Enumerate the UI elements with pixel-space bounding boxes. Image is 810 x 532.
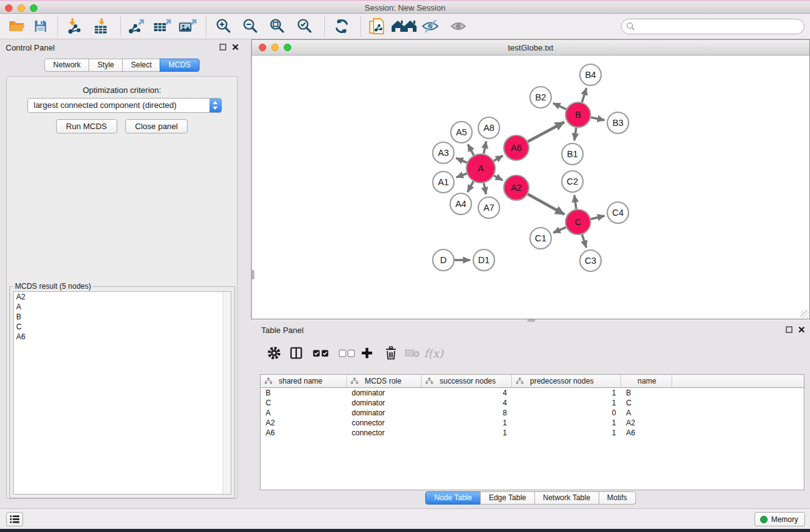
clone-network-icon[interactable] <box>369 17 385 35</box>
gear-icon[interactable] <box>267 346 281 360</box>
table-cell[interactable]: A2 <box>621 418 672 428</box>
graph-edge-B-B4[interactable] <box>582 88 586 102</box>
column-header-name[interactable]: name <box>621 375 672 387</box>
tab-select[interactable]: Select <box>122 59 160 72</box>
table-cell[interactable]: 1 <box>512 398 621 408</box>
column-header-successor-nodes[interactable]: successor nodes <box>422 375 512 387</box>
hide-panel-eye-icon[interactable] <box>421 19 440 34</box>
table-cell[interactable]: 1 <box>512 428 621 438</box>
export-image-icon[interactable] <box>178 18 197 34</box>
table-cell[interactable]: 1 <box>422 418 512 428</box>
export-network-icon[interactable] <box>127 18 145 34</box>
mcds-result-item[interactable]: C <box>14 322 231 332</box>
graph-edge-A-A1[interactable] <box>456 173 467 177</box>
graph-edge-B-B1[interactable] <box>574 128 576 140</box>
close-panel-icon[interactable] <box>232 44 239 51</box>
zoom-selected-icon[interactable] <box>296 17 314 35</box>
graph-edge-C-C4[interactable] <box>591 216 604 219</box>
table-cell[interactable]: A6 <box>261 428 347 438</box>
delete-column-trash-icon[interactable] <box>385 346 397 360</box>
run-mcds-button[interactable]: Run MCDS <box>56 119 117 133</box>
import-table-icon[interactable] <box>93 18 110 35</box>
table-cell[interactable]: 4 <box>422 398 512 408</box>
table-cell[interactable]: A <box>261 408 347 418</box>
graph-edge-B-B2[interactable] <box>553 103 566 109</box>
tab-network[interactable]: Network <box>44 59 89 72</box>
graph-edge-A-A2[interactable] <box>494 175 503 180</box>
table-row[interactable]: Cdominator41C <box>261 398 804 408</box>
splitpane-handle[interactable] <box>252 270 254 279</box>
table-cell[interactable]: dominator <box>347 398 422 408</box>
network-window-titlebar[interactable]: testGlobe.txt <box>252 40 809 56</box>
table-cell[interactable]: dominator <box>347 388 422 398</box>
close-panel-icon[interactable] <box>798 326 805 333</box>
graph-edge-A-A6[interactable] <box>494 156 503 161</box>
select-all-icon[interactable] <box>312 347 330 359</box>
table-row[interactable]: Bdominator41B <box>261 388 804 398</box>
table-cell[interactable]: B <box>621 388 672 398</box>
show-columns-icon[interactable] <box>289 346 303 360</box>
table-cell[interactable]: 1 <box>512 418 621 428</box>
table-cell[interactable]: 1 <box>512 388 621 398</box>
search-input[interactable] <box>621 19 804 34</box>
table-cell[interactable]: 0 <box>512 408 621 418</box>
table-row[interactable]: A6connector11A6 <box>261 428 804 438</box>
table-cell[interactable]: B <box>261 388 347 398</box>
table-cell[interactable]: C <box>621 398 672 408</box>
float-panel-icon[interactable] <box>786 326 793 333</box>
mcds-result-item[interactable]: B <box>14 312 231 322</box>
mcds-result-item[interactable]: A2 <box>14 292 231 302</box>
table-cell[interactable]: connector <box>347 418 422 428</box>
graph-edge-A-A4[interactable] <box>468 181 473 192</box>
tab-motifs[interactable]: Motifs <box>599 491 636 505</box>
table-cell[interactable]: A <box>621 408 672 418</box>
export-table-icon[interactable] <box>153 18 171 34</box>
table-row[interactable]: Adominator80A <box>261 408 804 418</box>
table-cell[interactable]: connector <box>347 428 422 438</box>
graph-edge-C-C3[interactable] <box>582 235 586 248</box>
column-header-shared-name[interactable]: shared name <box>261 375 347 387</box>
mcds-result-item[interactable]: A6 <box>14 332 231 342</box>
zoom-in-icon[interactable] <box>215 17 233 35</box>
table-cell[interactable]: 8 <box>422 408 512 418</box>
memory-button[interactable]: Memory <box>755 512 805 526</box>
import-network-icon[interactable] <box>65 18 83 35</box>
table-cell[interactable]: 1 <box>422 428 512 438</box>
window-resize-grip[interactable] <box>801 310 809 318</box>
mcds-list-scrollbar[interactable] <box>223 292 231 494</box>
graph-edge-A2-C[interactable] <box>528 194 564 215</box>
refresh-icon[interactable] <box>333 17 350 35</box>
mcds-result-item[interactable]: A <box>14 302 231 312</box>
deselect-all-icon[interactable] <box>338 347 356 359</box>
graph-edge-A-A7[interactable] <box>484 183 486 195</box>
graph-edge-C-C2[interactable] <box>574 195 576 209</box>
criterion-dropdown[interactable]: largest connected component (directed) <box>27 98 222 113</box>
table-cell[interactable]: dominator <box>347 408 422 418</box>
task-history-button[interactable] <box>6 512 23 526</box>
close-panel-button[interactable]: Close panel <box>125 119 188 133</box>
tab-node-table[interactable]: Node Table <box>425 491 481 505</box>
zoom-out-icon[interactable] <box>242 17 259 35</box>
graph-edge-A-A8[interactable] <box>484 142 486 154</box>
save-session-icon[interactable] <box>33 19 48 34</box>
table-row[interactable]: A2connector11A2 <box>261 418 804 428</box>
tab-mcds[interactable]: MCDS <box>160 59 199 72</box>
table-cell[interactable]: C <box>261 398 347 408</box>
table-cell[interactable]: 4 <box>422 388 512 398</box>
tab-edge-table[interactable]: Edge Table <box>480 491 535 505</box>
zoom-fit-icon[interactable] <box>269 17 286 35</box>
home-layout-icon[interactable] <box>391 19 417 34</box>
open-session-icon[interactable] <box>8 19 26 34</box>
tab-style[interactable]: Style <box>89 59 123 72</box>
table-cell[interactable]: A2 <box>261 418 347 428</box>
graph-edge-A6-B[interactable] <box>528 122 564 142</box>
show-panel-eye-icon[interactable] <box>449 19 468 34</box>
column-header-MCDS-role[interactable]: MCDS role <box>347 375 422 387</box>
tab-network-table[interactable]: Network Table <box>534 491 599 505</box>
graph-edge-A-A5[interactable] <box>468 144 473 155</box>
table-cell[interactable]: A6 <box>621 428 672 438</box>
graph-edge-B-B3[interactable] <box>591 117 605 120</box>
network-canvas[interactable]: AA6A2BCA5A8A3A1A4A7B2B4B3B1C2C4C1C3DD1 <box>252 56 809 319</box>
column-header-predecessor-nodes[interactable]: predecessor nodes <box>512 375 621 387</box>
float-panel-icon[interactable] <box>219 44 226 51</box>
